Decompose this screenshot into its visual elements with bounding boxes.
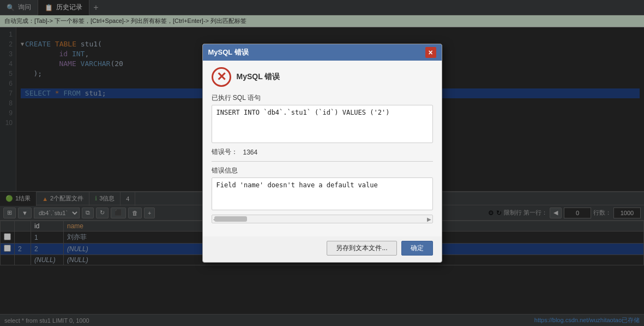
modal-title: MySQL 错误 [208, 48, 249, 57]
error-num-value: 1364 [243, 149, 258, 156]
modal-header-label: MySQL 错误 [237, 72, 280, 82]
ok-button[interactable]: 确定 [401, 241, 433, 256]
close-icon: × [428, 48, 432, 57]
modal-footer: 另存到文本文件... 确定 [203, 236, 442, 262]
scroll-thumb[interactable] [214, 216, 247, 222]
modal-section-sql-title: 已执行 SQL 语句 [212, 93, 433, 103]
save-btn-label: 另存到文本文件... [336, 244, 387, 252]
modal-body: ✕ MySQL 错误 已执行 SQL 语句 INSERT INTO `db4`.… [203, 61, 442, 236]
modal-error-num-row: 错误号： 1364 [212, 147, 433, 157]
modal-divider [212, 161, 433, 162]
modal-scrollbar[interactable]: ◀ ▶ [212, 215, 433, 223]
modal-sql-content: INSERT INTO `db4`.`stu1` (`id`) VALUES (… [212, 105, 433, 143]
modal-error-message: Field 'name' doesn't have a default valu… [212, 177, 433, 210]
modal-title-bar: MySQL 错误 × [203, 44, 442, 61]
modal-overlay: MySQL 错误 × ✕ MySQL 错误 已执行 SQL 语句 INSERT … [0, 0, 644, 326]
error-circle-icon: ✕ [212, 67, 231, 87]
save-to-file-button[interactable]: 另存到文本文件... [327, 241, 396, 256]
error-num-label: 错误号： [212, 147, 239, 157]
error-modal: MySQL 错误 × ✕ MySQL 错误 已执行 SQL 语句 INSERT … [202, 44, 442, 263]
ok-btn-label: 确定 [411, 244, 424, 252]
modal-error-info-title: 错误信息 [212, 166, 433, 175]
modal-header-row: ✕ MySQL 错误 [212, 67, 433, 87]
scroll-right-arrow[interactable]: ▶ [427, 216, 431, 222]
modal-close-button[interactable]: × [425, 47, 436, 58]
